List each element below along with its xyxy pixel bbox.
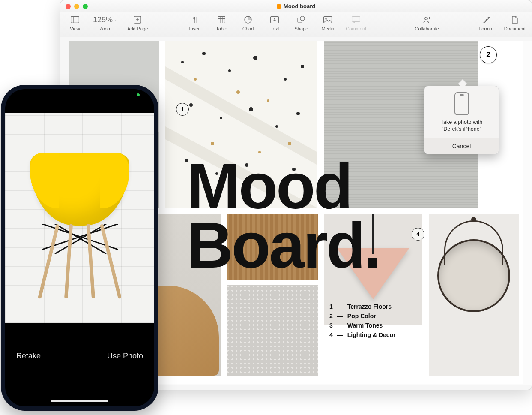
svg-point-29	[249, 107, 253, 111]
svg-point-28	[220, 117, 222, 119]
chart-button[interactable]: Chart	[239, 15, 257, 31]
iphone-screen: Retake Use Photo	[5, 89, 154, 406]
zoom-value: 125% ⌄	[93, 15, 118, 24]
svg-point-24	[253, 56, 257, 60]
iphone-outline-icon	[454, 92, 469, 115]
svg-point-42	[288, 142, 291, 145]
page-title[interactable]: Mood Board.	[187, 156, 380, 275]
iphone-device: Retake Use Photo	[1, 85, 158, 411]
legend-row: 4—Lighting & Decor	[329, 331, 396, 338]
sidebar-icon	[71, 15, 79, 24]
view-button[interactable]: View	[66, 15, 84, 31]
image-wool-rug[interactable]	[227, 285, 318, 376]
notch	[48, 89, 112, 102]
svg-point-39	[267, 99, 269, 102]
media-icon	[323, 15, 332, 24]
retake-button[interactable]: Retake	[16, 352, 41, 361]
yellow-chair	[24, 140, 135, 303]
svg-point-23	[228, 69, 231, 72]
titlebar: Mood board	[60, 0, 532, 12]
textbox-icon: A	[270, 15, 279, 24]
window-title: Mood board	[60, 3, 532, 9]
legend-row: 1—Terrazzo Floors	[329, 303, 396, 310]
home-indicator[interactable]	[51, 400, 108, 402]
comment-button[interactable]: Comment	[346, 15, 366, 31]
format-button[interactable]: Format	[478, 15, 495, 31]
svg-point-30	[275, 125, 278, 128]
marker-1[interactable]: 1	[176, 103, 189, 116]
camera-indicator-icon	[137, 93, 140, 96]
chart-icon	[244, 15, 252, 24]
legend-row: 3—Warm Tones	[329, 322, 396, 329]
svg-point-21	[181, 61, 184, 63]
camera-viewfinder[interactable]	[5, 113, 154, 323]
svg-point-16	[326, 18, 327, 20]
pilcrow-icon: ¶	[193, 15, 197, 24]
svg-rect-17	[352, 17, 360, 22]
image-round-mirror[interactable]	[429, 214, 519, 376]
svg-point-37	[194, 78, 197, 81]
svg-point-38	[236, 90, 240, 94]
comment-icon	[352, 15, 360, 24]
plus-page-icon	[134, 15, 141, 24]
shape-icon	[297, 15, 305, 24]
callout-step-2: 2	[480, 46, 497, 63]
table-button[interactable]: Table	[213, 15, 230, 31]
svg-point-26	[301, 65, 304, 68]
mirror-shape	[437, 239, 510, 312]
document-button[interactable]: Document	[504, 15, 526, 31]
title-line-1: Mood	[187, 156, 380, 216]
svg-text:A: A	[273, 18, 276, 22]
brush-icon	[482, 15, 490, 24]
legend-list: 1—Terrazzo Floors 2—Pop Color 3—Warm Ton…	[329, 303, 396, 341]
use-photo-button[interactable]: Use Photo	[107, 352, 143, 361]
collaborate-icon	[423, 15, 431, 24]
cancel-button[interactable]: Cancel	[424, 138, 499, 154]
shape-button[interactable]: Shape	[293, 15, 310, 31]
svg-point-22	[202, 52, 206, 55]
popover-message: Take a photo with "Derek's iPhone"	[430, 119, 493, 138]
svg-point-25	[284, 78, 287, 81]
document-icon	[511, 15, 518, 24]
document-icon	[277, 4, 281, 9]
svg-point-31	[296, 112, 300, 115]
table-icon	[218, 15, 225, 24]
text-button[interactable]: A Text	[266, 15, 283, 31]
svg-point-27	[189, 103, 193, 107]
view-label: View	[70, 26, 80, 31]
add-page-button[interactable]: Add Page	[127, 15, 148, 31]
window-title-text: Mood board	[284, 3, 315, 9]
title-line-2: Board.	[187, 216, 380, 275]
svg-rect-0	[71, 17, 79, 23]
toolbar: View 125% ⌄ Zoom Add Page ¶ Insert	[60, 12, 532, 37]
svg-point-18	[425, 17, 427, 20]
media-button[interactable]: Media	[319, 15, 336, 31]
continuity-camera-popover: Take a photo with "Derek's iPhone" Cance…	[424, 86, 499, 154]
zoom-control[interactable]: 125% ⌄ Zoom	[93, 15, 118, 31]
camera-action-bar: Retake Use Photo	[5, 321, 154, 406]
zoom-label: Zoom	[99, 26, 111, 31]
svg-point-14	[300, 16, 305, 21]
chevron-down-icon: ⌄	[114, 18, 118, 22]
legend-row: 2—Pop Color	[329, 313, 396, 319]
marker-4[interactable]: 4	[412, 228, 424, 241]
svg-point-19	[428, 17, 430, 19]
collaborate-button[interactable]: Collaborate	[415, 15, 439, 31]
add-page-label: Add Page	[127, 26, 148, 31]
insert-button[interactable]: ¶ Insert	[186, 15, 203, 31]
svg-point-40	[211, 142, 214, 145]
svg-rect-5	[218, 17, 225, 23]
